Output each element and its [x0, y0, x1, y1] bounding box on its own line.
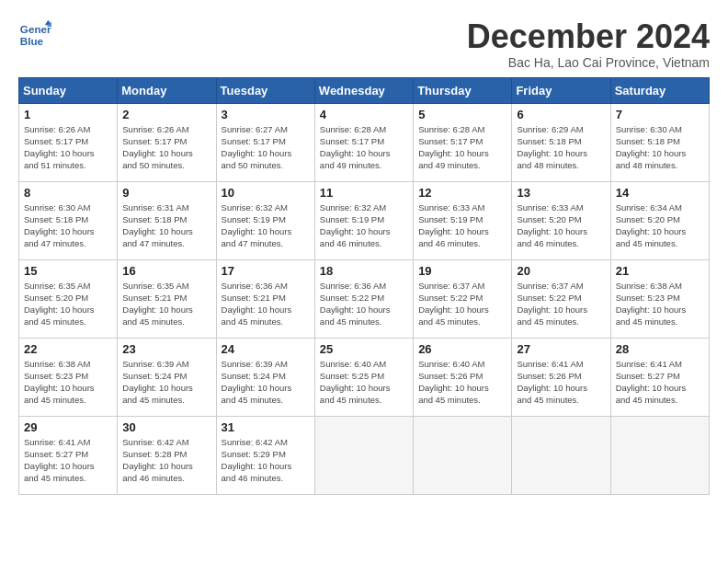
week-row-3: 15Sunrise: 6:35 AM Sunset: 5:20 PM Dayli… — [19, 259, 710, 338]
day-number: 27 — [517, 342, 605, 356]
month-title: December 2024 — [467, 18, 710, 55]
day-info: Sunrise: 6:36 AM Sunset: 5:21 PM Dayligh… — [222, 280, 310, 328]
day-info: Sunrise: 6:28 AM Sunset: 5:17 PM Dayligh… — [418, 123, 506, 172]
day-number: 4 — [320, 108, 408, 121]
day-info: Sunrise: 6:41 AM Sunset: 5:26 PM Dayligh… — [517, 358, 605, 407]
day-cell-27: 27Sunrise: 6:41 AM Sunset: 5:26 PM Dayli… — [512, 338, 610, 416]
day-info: Sunrise: 6:39 AM Sunset: 5:24 PM Dayligh… — [122, 358, 210, 407]
day-number: 23 — [122, 342, 210, 356]
day-cell-28: 28Sunrise: 6:41 AM Sunset: 5:27 PM Dayli… — [610, 338, 709, 416]
day-info: Sunrise: 6:33 AM Sunset: 5:20 PM Dayligh… — [517, 201, 605, 250]
day-cell-12: 12Sunrise: 6:33 AM Sunset: 5:19 PM Dayli… — [414, 181, 512, 259]
calendar-table: SundayMondayTuesdayWednesdayThursdayFrid… — [18, 77, 710, 495]
day-cell-20: 20Sunrise: 6:37 AM Sunset: 5:22 PM Dayli… — [512, 259, 610, 338]
day-info: Sunrise: 6:37 AM Sunset: 5:22 PM Dayligh… — [517, 280, 605, 328]
day-info: Sunrise: 6:27 AM Sunset: 5:17 PM Dayligh… — [222, 123, 310, 172]
day-cell-10: 10Sunrise: 6:32 AM Sunset: 5:19 PM Dayli… — [216, 181, 314, 259]
day-number: 3 — [222, 108, 310, 121]
day-number: 5 — [418, 108, 506, 121]
day-cell-2: 2Sunrise: 6:26 AM Sunset: 5:17 PM Daylig… — [118, 103, 216, 181]
day-info: Sunrise: 6:41 AM Sunset: 5:27 PM Dayligh… — [616, 358, 704, 407]
empty-cell — [314, 416, 413, 494]
weekday-header-friday: Friday — [512, 77, 610, 103]
day-number: 22 — [24, 342, 112, 356]
weekday-header-wednesday: Wednesday — [314, 77, 413, 103]
day-cell-22: 22Sunrise: 6:38 AM Sunset: 5:23 PM Dayli… — [19, 338, 118, 416]
location-subtitle: Bac Ha, Lao Cai Province, Vietnam — [467, 55, 710, 70]
day-number: 1 — [24, 108, 112, 121]
day-info: Sunrise: 6:39 AM Sunset: 5:24 PM Dayligh… — [222, 358, 310, 407]
day-info: Sunrise: 6:32 AM Sunset: 5:19 PM Dayligh… — [222, 201, 310, 250]
day-info: Sunrise: 6:33 AM Sunset: 5:19 PM Dayligh… — [418, 201, 506, 250]
day-cell-6: 6Sunrise: 6:29 AM Sunset: 5:18 PM Daylig… — [512, 103, 610, 181]
day-cell-1: 1Sunrise: 6:26 AM Sunset: 5:17 PM Daylig… — [19, 103, 118, 181]
day-number: 24 — [222, 342, 310, 356]
day-number: 28 — [616, 342, 704, 356]
day-info: Sunrise: 6:32 AM Sunset: 5:19 PM Dayligh… — [320, 201, 408, 250]
page-header: General Blue December 2024 Bac Ha, Lao C… — [18, 18, 710, 70]
day-info: Sunrise: 6:30 AM Sunset: 5:18 PM Dayligh… — [24, 201, 112, 250]
empty-cell — [414, 416, 512, 494]
day-info: Sunrise: 6:35 AM Sunset: 5:21 PM Dayligh… — [122, 280, 210, 328]
logo-icon: General Blue — [18, 18, 51, 52]
day-info: Sunrise: 6:35 AM Sunset: 5:20 PM Dayligh… — [24, 280, 112, 328]
day-cell-26: 26Sunrise: 6:40 AM Sunset: 5:26 PM Dayli… — [414, 338, 512, 416]
day-info: Sunrise: 6:26 AM Sunset: 5:17 PM Dayligh… — [122, 123, 210, 172]
day-number: 11 — [320, 186, 408, 200]
day-number: 2 — [122, 108, 210, 121]
day-info: Sunrise: 6:34 AM Sunset: 5:20 PM Dayligh… — [616, 201, 704, 250]
weekday-header-sunday: Sunday — [19, 77, 118, 103]
day-number: 20 — [517, 264, 605, 278]
day-info: Sunrise: 6:40 AM Sunset: 5:25 PM Dayligh… — [320, 358, 408, 407]
day-number: 12 — [418, 186, 506, 200]
weekday-header-monday: Monday — [118, 77, 216, 103]
day-cell-21: 21Sunrise: 6:38 AM Sunset: 5:23 PM Dayli… — [610, 259, 709, 338]
title-block: December 2024 Bac Ha, Lao Cai Province, … — [467, 18, 710, 70]
day-cell-14: 14Sunrise: 6:34 AM Sunset: 5:20 PM Dayli… — [610, 181, 709, 259]
day-number: 21 — [616, 264, 704, 278]
day-cell-30: 30Sunrise: 6:42 AM Sunset: 5:28 PM Dayli… — [118, 416, 216, 494]
day-number: 14 — [616, 186, 704, 200]
day-info: Sunrise: 6:31 AM Sunset: 5:18 PM Dayligh… — [122, 201, 210, 250]
logo: General Blue — [18, 18, 51, 52]
day-number: 7 — [616, 108, 704, 121]
day-info: Sunrise: 6:38 AM Sunset: 5:23 PM Dayligh… — [24, 358, 112, 407]
day-cell-13: 13Sunrise: 6:33 AM Sunset: 5:20 PM Dayli… — [512, 181, 610, 259]
day-cell-31: 31Sunrise: 6:42 AM Sunset: 5:29 PM Dayli… — [216, 416, 314, 494]
day-number: 9 — [122, 186, 210, 200]
day-number: 29 — [24, 420, 112, 434]
svg-text:Blue: Blue — [20, 35, 44, 47]
day-cell-18: 18Sunrise: 6:36 AM Sunset: 5:22 PM Dayli… — [314, 259, 413, 338]
day-number: 25 — [320, 342, 408, 356]
day-number: 15 — [24, 264, 112, 278]
week-row-4: 22Sunrise: 6:38 AM Sunset: 5:23 PM Dayli… — [19, 338, 710, 416]
day-cell-15: 15Sunrise: 6:35 AM Sunset: 5:20 PM Dayli… — [19, 259, 118, 338]
day-number: 6 — [517, 108, 605, 121]
week-row-2: 8Sunrise: 6:30 AM Sunset: 5:18 PM Daylig… — [19, 181, 710, 259]
day-cell-5: 5Sunrise: 6:28 AM Sunset: 5:17 PM Daylig… — [414, 103, 512, 181]
day-info: Sunrise: 6:29 AM Sunset: 5:18 PM Dayligh… — [517, 123, 605, 172]
day-info: Sunrise: 6:42 AM Sunset: 5:28 PM Dayligh… — [122, 436, 210, 485]
day-info: Sunrise: 6:30 AM Sunset: 5:18 PM Dayligh… — [616, 123, 704, 172]
day-number: 30 — [122, 420, 210, 434]
day-number: 10 — [222, 186, 310, 200]
day-cell-8: 8Sunrise: 6:30 AM Sunset: 5:18 PM Daylig… — [19, 181, 118, 259]
empty-cell — [512, 416, 610, 494]
day-cell-29: 29Sunrise: 6:41 AM Sunset: 5:27 PM Dayli… — [19, 416, 118, 494]
day-info: Sunrise: 6:40 AM Sunset: 5:26 PM Dayligh… — [418, 358, 506, 407]
day-cell-17: 17Sunrise: 6:36 AM Sunset: 5:21 PM Dayli… — [216, 259, 314, 338]
day-cell-3: 3Sunrise: 6:27 AM Sunset: 5:17 PM Daylig… — [216, 103, 314, 181]
day-info: Sunrise: 6:41 AM Sunset: 5:27 PM Dayligh… — [24, 436, 112, 485]
day-number: 26 — [418, 342, 506, 356]
day-info: Sunrise: 6:42 AM Sunset: 5:29 PM Dayligh… — [222, 436, 310, 485]
weekday-header-row: SundayMondayTuesdayWednesdayThursdayFrid… — [19, 77, 710, 103]
day-cell-23: 23Sunrise: 6:39 AM Sunset: 5:24 PM Dayli… — [118, 338, 216, 416]
day-info: Sunrise: 6:28 AM Sunset: 5:17 PM Dayligh… — [320, 123, 408, 172]
day-cell-16: 16Sunrise: 6:35 AM Sunset: 5:21 PM Dayli… — [118, 259, 216, 338]
day-info: Sunrise: 6:37 AM Sunset: 5:22 PM Dayligh… — [418, 280, 506, 328]
day-number: 18 — [320, 264, 408, 278]
day-number: 8 — [24, 186, 112, 200]
day-cell-4: 4Sunrise: 6:28 AM Sunset: 5:17 PM Daylig… — [314, 103, 413, 181]
empty-cell — [610, 416, 709, 494]
weekday-header-tuesday: Tuesday — [216, 77, 314, 103]
